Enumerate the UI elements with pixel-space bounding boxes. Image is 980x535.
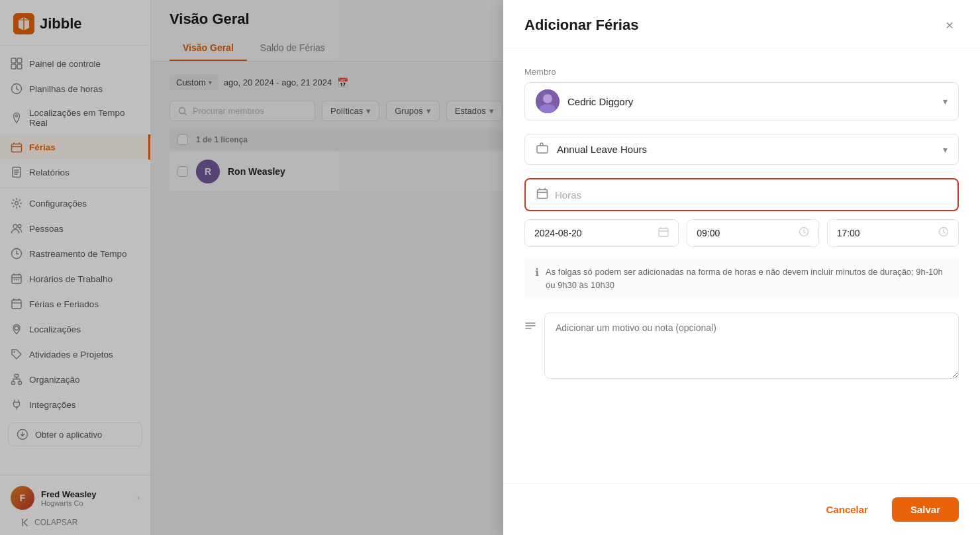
briefcase-icon [536, 141, 549, 158]
modal-footer: Cancelar Salvar [503, 483, 980, 535]
save-button[interactable]: Salvar [892, 497, 959, 522]
notes-icon [524, 320, 536, 335]
add-ferias-modal: Adicionar Férias × Membro Cedric Diggory… [503, 0, 980, 535]
modal-header: Adicionar Férias × [503, 0, 980, 48]
member-label: Membro [524, 67, 959, 77]
member-select-avatar [536, 89, 560, 113]
policy-chevron-icon: ▾ [943, 144, 948, 155]
notes-textarea[interactable] [544, 313, 959, 379]
start-time-input[interactable]: 09:00 [687, 219, 818, 247]
end-time-input[interactable]: 17:00 [827, 219, 959, 247]
date-input[interactable]: 2024-08-20 [524, 219, 679, 247]
member-select-chevron-icon: ▾ [943, 96, 948, 107]
member-avatar-image [536, 89, 560, 113]
svg-rect-28 [538, 190, 548, 199]
date-calendar-icon [658, 226, 669, 240]
cancel-button[interactable]: Cancelar [813, 497, 881, 522]
info-text: As folgas só podem ser adicionadas na fo… [546, 266, 948, 291]
hours-field[interactable]: Horas [524, 178, 959, 211]
policy-select[interactable]: Annual Leave Hours ▾ [524, 134, 959, 165]
member-field: Membro Cedric Diggory ▾ [524, 67, 959, 121]
member-select-name: Cedric Diggory [567, 96, 935, 107]
clock-end-icon [938, 226, 949, 240]
svg-rect-27 [537, 146, 548, 153]
date-value: 2024-08-20 [534, 228, 652, 238]
notes-row [524, 313, 959, 379]
modal-title: Adicionar Férias [524, 17, 638, 34]
clock-start-icon [799, 226, 809, 240]
policy-field: Annual Leave Hours ▾ [524, 134, 959, 165]
svg-rect-29 [659, 228, 668, 236]
info-box: ℹ As folgas só podem ser adicionadas na … [524, 258, 959, 299]
time-row: 2024-08-20 09:00 17:00 [524, 219, 959, 247]
close-button[interactable]: × [940, 16, 959, 34]
svg-point-25 [543, 94, 552, 103]
policy-name: Annual Leave Hours [557, 144, 935, 155]
info-icon: ℹ [535, 266, 539, 279]
calendar-hours-icon [536, 187, 548, 202]
end-time-value: 17:00 [837, 228, 932, 238]
modal-body: Membro Cedric Diggory ▾ [503, 48, 980, 483]
member-select[interactable]: Cedric Diggory ▾ [524, 82, 959, 121]
hours-label: Horas [555, 189, 581, 201]
start-time-value: 09:00 [697, 228, 791, 238]
